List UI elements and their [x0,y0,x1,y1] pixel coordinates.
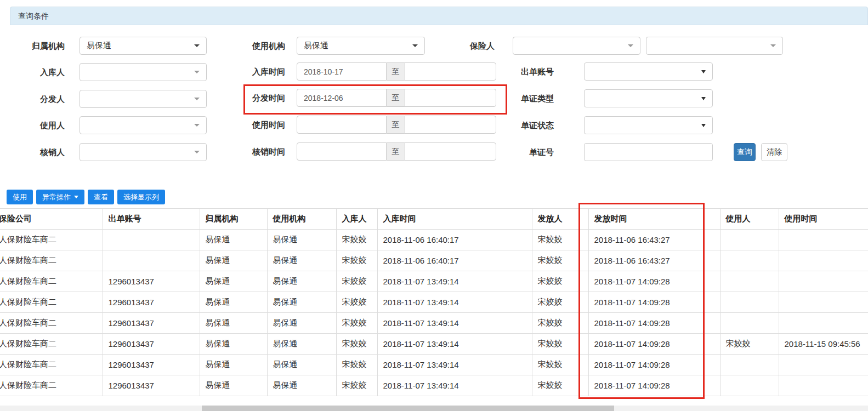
table-cell: 宋姣姣 [532,292,588,313]
horizontal-scrollbar[interactable] [0,406,868,411]
view-button[interactable]: 查看 [88,190,114,204]
table-cell: 人保财险车商二 [0,334,103,355]
table-cell: 1296013437 [103,271,200,292]
column-header: 发放时间 [588,209,720,230]
table-cell [103,250,200,271]
use-time-to-input[interactable] [405,116,496,134]
table-cell: 易保通 [200,334,267,355]
table-cell: 人保财险车商二 [0,355,103,375]
table-cell: 易保通 [267,250,336,271]
chevron-down-icon [412,44,418,47]
table-cell [720,292,779,313]
abnormal-ops-button[interactable]: 异常操作 [36,190,84,204]
column-header: 出单账号 [103,209,200,230]
stock-time-range-separator: 至 [387,62,405,81]
doc-type-label: 单证类型 [488,89,554,107]
table-cell: 2018-11-15 09:45:56 [779,334,868,355]
owner-org-select[interactable]: 易保通 [80,37,207,55]
table-row[interactable]: 人保财险车商二1296013437易保通易保通宋姣姣2018-11-07 13:… [0,355,868,375]
use-org-label: 使用机构 [230,37,285,55]
stocker-select[interactable] [80,63,207,81]
doc-type-select[interactable] [584,89,713,107]
table-cell: 2018-11-07 14:09:28 [588,313,720,334]
stocker-label: 入库人 [11,63,65,81]
table-cell: 2018-11-06 16:40:17 [377,250,532,271]
table-cell [720,271,779,292]
distributor-select[interactable] [80,90,207,108]
table-cell [720,230,779,250]
table-cell [779,230,868,250]
table-cell: 人保财险车商二 [0,250,103,271]
choose-columns-button[interactable]: 选择显示列 [117,190,165,204]
table-row[interactable]: 人保财险车商二1296013437易保通易保通宋姣姣2018-11-07 13:… [0,334,868,355]
table-cell: 宋姣姣 [336,271,377,292]
table-cell: 易保通 [200,355,267,375]
user-select[interactable] [80,116,207,134]
writeoff-time-to-input[interactable] [405,142,496,161]
table-cell: 2018-11-07 14:09:28 [588,292,720,313]
distribute-time-to-input[interactable] [405,89,496,107]
distribute-time-range-separator: 至 [387,89,405,107]
table-cell: 2018-11-06 16:43:27 [588,230,720,250]
use-org-value: 易保通 [304,41,412,51]
doc-number-label: 单证号 [488,143,554,161]
writeoff-person-select[interactable] [80,143,207,161]
clear-button[interactable]: 清除 [761,143,787,161]
table-cell: 宋姣姣 [336,230,377,250]
owner-org-value: 易保通 [87,41,194,51]
table-row[interactable]: 人保财险车商二1296013437易保通易保通宋姣姣2018-11-07 13:… [0,292,868,313]
table-cell [779,292,868,313]
chevron-down-icon [770,44,776,47]
chevron-down-icon [74,196,78,198]
table-cell: 人保财险车商二 [0,230,103,250]
search-button[interactable]: 查询 [734,143,756,161]
writeoff-time-label: 核销时间 [230,142,285,161]
table-row[interactable]: 人保财险车商二1296013437易保通易保通宋姣姣2018-11-07 13:… [0,375,868,396]
insurer-select-2[interactable] [646,37,783,55]
chevron-down-icon [628,44,633,47]
data-grid: 保险公司出单账号归属机构使用机构入库人入库时间发放人发放时间使用人使用时间 人保… [0,208,868,396]
table-cell: 2018-11-07 13:49:14 [377,313,532,334]
table-cell: 人保财险车商二 [0,271,103,292]
query-panel-header: 查询条件 [10,7,868,25]
chevron-down-icon [701,124,706,127]
distribute-time-label: 分发时间 [230,89,285,107]
table-cell: 易保通 [267,271,336,292]
table-row[interactable]: 人保财险车商二1296013437易保通易保通宋姣姣2018-11-07 13:… [0,271,868,292]
distributor-label: 分发人 [11,90,65,108]
table-cell: 易保通 [267,375,336,396]
stock-time-from-input[interactable] [297,62,387,81]
insurer-label: 保险人 [444,37,495,55]
table-cell [779,250,868,271]
user-label: 使用人 [11,116,65,134]
table-row[interactable]: 人保财险车商二易保通易保通宋姣姣2018-11-06 16:40:17宋姣姣20… [0,250,868,271]
use-button[interactable]: 使用 [7,190,33,204]
table-cell: 2018-11-07 13:49:14 [377,271,532,292]
doc-number-input[interactable] [584,143,713,161]
table-cell: 2018-11-07 14:09:28 [588,334,720,355]
horizontal-scrollbar-thumb[interactable] [202,406,614,411]
insurer-select-1[interactable] [513,37,640,55]
table-cell: 易保通 [200,250,267,271]
writeoff-time-from-input[interactable] [297,142,387,161]
table-cell [779,313,868,334]
table-header-row: 保险公司出单账号归属机构使用机构入库人入库时间发放人发放时间使用人使用时间 [0,209,868,230]
table-cell [779,355,868,375]
doc-status-select[interactable] [584,116,713,134]
chevron-down-icon [194,124,200,127]
issue-account-label: 出单账号 [488,62,554,81]
writeoff-time-range-separator: 至 [387,142,405,161]
column-header: 归属机构 [200,209,267,230]
table-row[interactable]: 人保财险车商二易保通易保通宋姣姣2018-11-06 16:40:17宋姣姣20… [0,230,868,250]
table-cell: 宋姣姣 [532,375,588,396]
issue-account-select[interactable] [584,62,713,81]
table-cell: 易保通 [200,375,267,396]
table-cell: 宋姣姣 [336,334,377,355]
stock-time-to-input[interactable] [405,62,496,81]
table-cell: 2018-11-07 13:49:14 [377,334,532,355]
table-row[interactable]: 人保财险车商二1296013437易保通易保通宋姣姣2018-11-07 13:… [0,313,868,334]
use-time-from-input[interactable] [297,116,387,134]
table-cell [720,313,779,334]
distribute-time-from-input[interactable] [297,89,387,107]
use-org-select[interactable]: 易保通 [297,37,425,55]
